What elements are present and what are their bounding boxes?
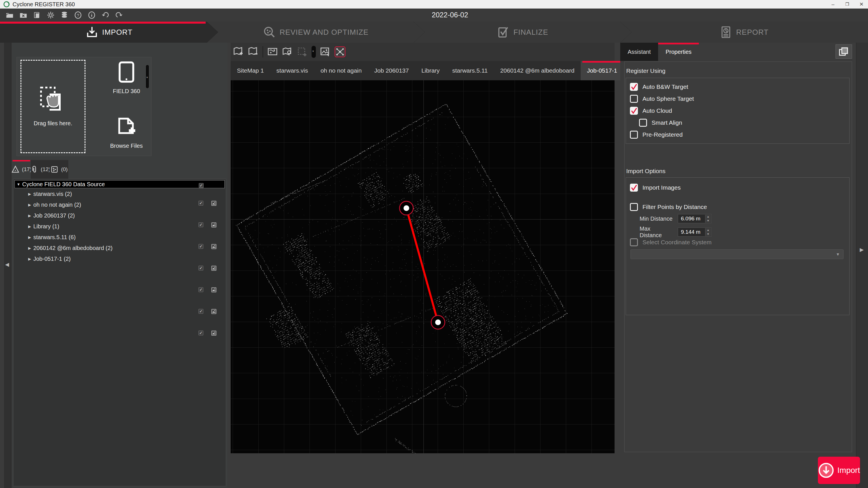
tree-item-checkbox[interactable]: ✓ xyxy=(198,330,203,335)
max-distance-stepper[interactable]: ▲▼ xyxy=(705,228,711,236)
right-collapse-rail[interactable]: ▶ xyxy=(856,43,868,488)
stepper-down-icon[interactable]: ▼ xyxy=(705,219,711,223)
drop-zone[interactable]: Drag files here. xyxy=(21,60,86,153)
max-distance-label: Max Distance xyxy=(640,226,674,238)
workflow-step-report[interactable]: REPORT xyxy=(620,22,868,43)
auto-b-w-target-checkbox[interactable] xyxy=(630,83,638,91)
workflow-step-finalize[interactable]: FINALIZE xyxy=(413,22,632,43)
tree-item-checkbox[interactable]: ✓ xyxy=(198,266,203,270)
viewer-tab-sitemap-1[interactable]: SiteMap 1 xyxy=(231,61,270,80)
tree-item-row[interactable]: ▶ 2060142 @6m albedoboard (2) ✓ xyxy=(14,242,225,253)
tree-root-checkbox[interactable]: ✓ xyxy=(199,183,204,188)
panel-tab-assistant[interactable]: Assistant xyxy=(620,43,658,61)
workflow-step-review-and-optimize[interactable]: REVIEW AND OPTIMIZE xyxy=(207,22,425,43)
collapse-arrow-icon[interactable]: ▼ xyxy=(15,182,22,187)
auto-cloud-checkbox[interactable] xyxy=(630,107,638,115)
open-project-icon[interactable] xyxy=(5,10,14,20)
import-images-checkbox[interactable] xyxy=(630,184,638,192)
active-tab-indicator xyxy=(658,43,699,44)
device-import-icon[interactable] xyxy=(32,10,41,20)
tree-item-row[interactable]: ▶ starwars.5.11 (6) ✓ xyxy=(14,232,225,242)
tree-item-row[interactable]: ▶ Job-0517-1 (2) ✓ xyxy=(14,253,225,264)
field360-slider[interactable]: ▾ xyxy=(146,65,149,89)
tree-item-row[interactable]: ▶ starwars.vis (2) ✓ xyxy=(14,189,225,199)
add-map-icon[interactable] xyxy=(233,46,244,57)
tree-item-checkbox[interactable]: ✓ xyxy=(198,309,203,314)
image-view-icon[interactable] xyxy=(320,46,331,57)
title-bar: Cyclone REGISTER 360 – ❐ ✕ xyxy=(0,0,868,8)
stepper-down-icon[interactable]: ▼ xyxy=(705,232,711,236)
viewer-tab-label: Job-0517-1 xyxy=(587,67,617,74)
tree-item-row[interactable]: ▶ Library (1) ✓ xyxy=(14,221,225,232)
restore-button[interactable]: ❐ xyxy=(841,0,854,8)
properties-panel-body: Register Using Auto B&W Target Auto Sphe… xyxy=(624,62,852,452)
tree-item-checkbox[interactable]: ✓ xyxy=(198,287,203,292)
viewer-tab-oh-no-not-again[interactable]: oh no not again xyxy=(314,61,368,80)
scan-cone-icon xyxy=(11,165,20,174)
pre-registered-checkbox[interactable] xyxy=(630,131,638,139)
source-tab-attachment-icon[interactable]: (12) xyxy=(31,160,50,179)
viewer-tab-starwars-vis[interactable]: starwars.vis xyxy=(270,61,314,80)
help-icon[interactable]: ? xyxy=(73,10,83,20)
close-project-icon[interactable] xyxy=(19,10,28,20)
expand-arrow-icon[interactable]: ▶ xyxy=(26,246,33,250)
close-button[interactable]: ✕ xyxy=(855,0,868,8)
remove-map-icon[interactable] xyxy=(248,46,258,57)
tree-item-row[interactable]: ▶ oh no not again (2) ✓ xyxy=(14,199,225,210)
auto-sphere-target-checkbox[interactable] xyxy=(630,95,638,103)
settings-gear-icon[interactable] xyxy=(46,10,55,20)
tree-item-row[interactable]: ▶ Job 2060137 (2) ✓ xyxy=(14,210,225,221)
stepper-up-icon[interactable]: ▲ xyxy=(705,215,711,219)
viewer-tab-library[interactable]: Library xyxy=(415,61,446,80)
info-icon[interactable] xyxy=(87,10,96,20)
viewer-tab-job-2060137[interactable]: Job 2060137 xyxy=(368,61,415,80)
min-distance-stepper[interactable]: ▲▼ xyxy=(705,215,711,223)
detach-panel-button[interactable] xyxy=(836,44,852,59)
overview-map-icon[interactable] xyxy=(267,46,278,57)
source-tab-scan-cone-icon[interactable]: (17) xyxy=(12,160,31,179)
panel-tab-properties[interactable]: Properties xyxy=(658,43,699,61)
collapse-left-icon[interactable]: ◀ xyxy=(5,261,9,268)
coordinate-system-checkbox[interactable] xyxy=(630,238,638,246)
tree-item-image-icon[interactable] xyxy=(211,287,217,293)
expand-arrow-icon[interactable]: ▶ xyxy=(26,203,33,207)
checkbox-label: Auto Sphere Target xyxy=(643,95,694,102)
database-icon[interactable] xyxy=(60,10,69,20)
tree-root-row[interactable]: ▼ Cyclone FIELD 360 Data Source ✓ xyxy=(14,180,225,188)
expand-arrow-icon[interactable]: ▶ xyxy=(26,224,33,229)
stepper-up-icon[interactable]: ▲ xyxy=(705,228,711,232)
expand-arrow-icon[interactable]: ▶ xyxy=(26,214,33,218)
filter-points-checkbox[interactable] xyxy=(630,203,638,211)
area-select-icon[interactable] xyxy=(297,46,308,57)
viewer-tab-job-0517-1[interactable]: Job-0517-1 xyxy=(581,61,623,80)
undo-icon[interactable] xyxy=(101,10,110,20)
viewer-tab-label: starwars.vis xyxy=(277,67,308,74)
import-source-panel: Drag files here. FIELD 360 ▾ Browse File… xyxy=(12,43,227,488)
smart-align-checkbox[interactable] xyxy=(639,119,647,127)
workflow-step-import[interactable]: IMPORT xyxy=(0,22,218,43)
viewer-tab-2060142-6m-albedoboard[interactable]: 2060142 @6m albedoboard xyxy=(494,61,581,80)
coordinate-system-dropdown[interactable]: ▼ xyxy=(630,250,843,259)
left-collapse-rail[interactable]: ◀ xyxy=(4,43,11,488)
min-distance-input[interactable]: 6.096 m ▲▼ xyxy=(678,214,711,223)
max-distance-input[interactable]: 9.144 m ▲▼ xyxy=(678,227,711,237)
expand-arrow-icon[interactable]: ▶ xyxy=(26,257,33,261)
source-tab-target-icon[interactable]: (0) xyxy=(50,160,68,179)
map-location-icon[interactable] xyxy=(282,46,293,57)
viewer-tab-starwars-5-11[interactable]: starwars.5.11 xyxy=(446,61,494,80)
tree-item-image-icon[interactable] xyxy=(211,265,217,271)
links-view-icon[interactable] xyxy=(335,46,345,57)
expand-right-icon[interactable]: ▶ xyxy=(860,247,864,253)
tree-item-image-icon[interactable] xyxy=(211,330,217,336)
tree-item-image-icon[interactable] xyxy=(211,308,217,314)
dropdown-arrow-icon: ▼ xyxy=(836,252,840,257)
checkbox-label: Smart Align xyxy=(652,119,682,126)
zoom-slider[interactable]: ▾ xyxy=(312,46,316,58)
import-button[interactable]: Import xyxy=(818,457,860,484)
point-cloud-viewport[interactable] xyxy=(231,80,615,453)
expand-arrow-icon[interactable]: ▶ xyxy=(26,235,33,239)
minimize-button[interactable]: – xyxy=(827,0,839,8)
expand-arrow-icon[interactable]: ▶ xyxy=(26,192,33,196)
redo-icon[interactable] xyxy=(115,10,124,20)
tree-item-label: 2060142 @6m albedoboard (2) xyxy=(33,245,113,251)
